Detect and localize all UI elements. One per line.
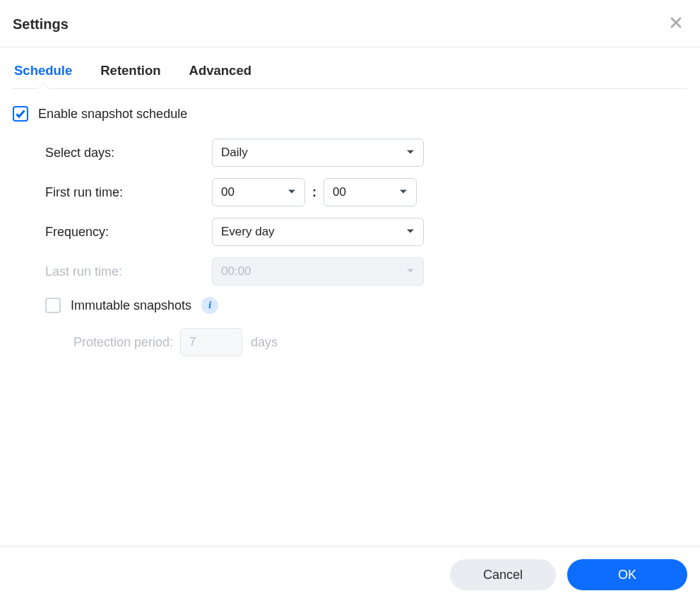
first-run-hour-dropdown[interactable]: 00 bbox=[212, 178, 305, 206]
ok-button[interactable]: OK bbox=[567, 559, 687, 590]
check-icon bbox=[15, 108, 26, 119]
close-button[interactable] bbox=[665, 13, 687, 35]
immutable-label: Immutable snapshots bbox=[71, 298, 191, 313]
cancel-button[interactable]: Cancel bbox=[450, 559, 556, 590]
dialog-title: Settings bbox=[13, 16, 69, 33]
tab-retention[interactable]: Retention bbox=[99, 63, 162, 88]
frequency-row: Frequency: Every day bbox=[45, 218, 687, 246]
first-run-minute-value: 00 bbox=[333, 185, 346, 199]
protection-row: Protection period: days bbox=[73, 328, 687, 356]
enable-schedule-label: Enable snapshot schedule bbox=[38, 107, 187, 122]
tab-panel-schedule: Enable snapshot schedule Select days: Da… bbox=[0, 89, 700, 546]
select-days-value: Daily bbox=[221, 146, 248, 160]
protection-unit: days bbox=[251, 335, 278, 350]
tabs: Schedule Retention Advanced bbox=[13, 63, 687, 89]
first-run-row: First run time: 00 : 00 bbox=[45, 178, 687, 206]
settings-dialog: Settings Schedule Retention Advanced Ena… bbox=[0, 0, 700, 603]
chevron-down-icon bbox=[399, 185, 408, 199]
chevron-down-icon bbox=[287, 185, 296, 199]
enable-row: Enable snapshot schedule bbox=[13, 106, 687, 122]
time-separator: : bbox=[312, 185, 316, 200]
chevron-down-icon bbox=[406, 225, 415, 239]
tab-advanced[interactable]: Advanced bbox=[188, 63, 253, 88]
protection-label: Protection period: bbox=[73, 335, 173, 350]
close-icon bbox=[670, 17, 682, 32]
chevron-down-icon bbox=[406, 146, 415, 160]
select-days-label: Select days: bbox=[45, 146, 212, 160]
first-run-hour-value: 00 bbox=[221, 185, 235, 199]
chevron-down-icon bbox=[406, 264, 415, 279]
immutable-row: Immutable snapshots i bbox=[45, 297, 687, 314]
tab-schedule[interactable]: Schedule bbox=[13, 63, 73, 88]
last-run-dropdown: 00:00 bbox=[212, 257, 424, 286]
frequency-dropdown[interactable]: Every day bbox=[212, 218, 424, 246]
frequency-value: Every day bbox=[221, 225, 275, 239]
dialog-header: Settings bbox=[0, 0, 700, 47]
select-days-dropdown[interactable]: Daily bbox=[212, 139, 424, 167]
protection-period-input bbox=[180, 328, 242, 356]
dialog-footer: Cancel OK bbox=[0, 546, 700, 603]
enable-schedule-checkbox[interactable] bbox=[13, 106, 28, 122]
last-run-row: Last run time: 00:00 bbox=[45, 257, 687, 286]
first-run-minute-dropdown[interactable]: 00 bbox=[324, 178, 417, 206]
info-icon: i bbox=[208, 300, 211, 311]
last-run-value: 00:00 bbox=[221, 264, 251, 279]
first-run-label: First run time: bbox=[45, 185, 212, 200]
select-days-row: Select days: Daily bbox=[45, 139, 687, 167]
last-run-label: Last run time: bbox=[45, 264, 212, 279]
tabs-container: Schedule Retention Advanced bbox=[0, 47, 700, 89]
frequency-label: Frequency: bbox=[45, 225, 212, 240]
immutable-info-button[interactable]: i bbox=[201, 297, 218, 314]
immutable-checkbox[interactable] bbox=[45, 298, 61, 313]
